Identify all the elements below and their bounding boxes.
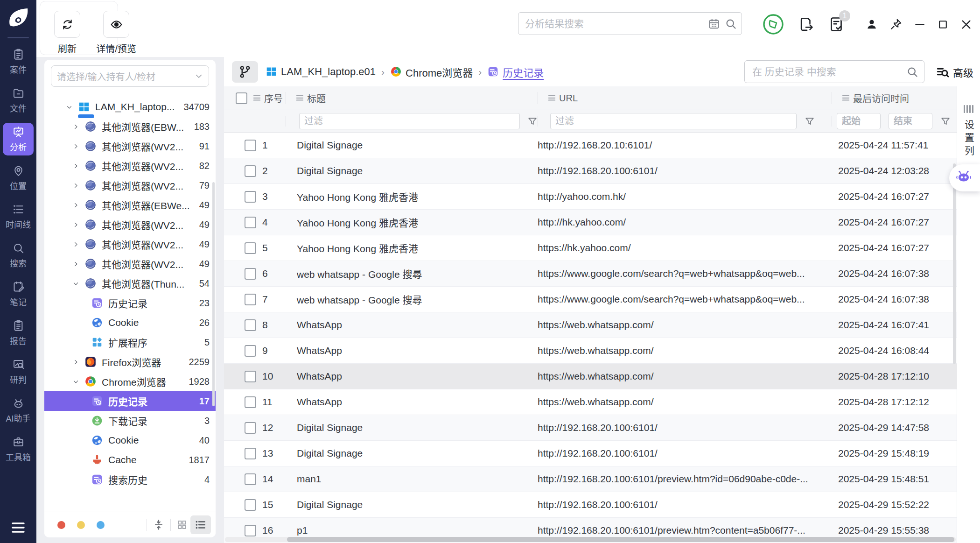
collapse-all-icon[interactable] xyxy=(153,519,165,531)
tree-item[interactable]: 其他浏览器(EBW...183 xyxy=(44,117,216,136)
column-header-title[interactable]: 标题 xyxy=(307,92,326,105)
row-checkbox[interactable] xyxy=(245,371,256,382)
table-row[interactable]: 12Digital Signagehttp://192.168.20.100:6… xyxy=(224,415,957,441)
chevron-down-icon[interactable] xyxy=(66,103,78,111)
row-checkbox[interactable] xyxy=(245,165,256,177)
select-all-checkbox[interactable] xyxy=(236,92,247,104)
column-settings-label[interactable]: 设置列 xyxy=(962,120,976,159)
time-end-input[interactable] xyxy=(889,113,932,129)
table-row[interactable]: 9WhatsApphttps://web.whatsapp.com/2025-0… xyxy=(224,338,957,364)
tree-item[interactable]: 扩展程序5 xyxy=(44,332,216,352)
search-icon[interactable] xyxy=(906,66,918,78)
task-list-icon[interactable]: 1 xyxy=(828,16,845,33)
row-checkbox[interactable] xyxy=(245,294,256,305)
tree-item[interactable]: Firefox浏览器2259 xyxy=(44,352,216,372)
sidebar-item-ai[interactable]: AI助手 xyxy=(3,394,34,427)
yellow-dot-filter[interactable] xyxy=(77,521,85,529)
sidebar-item-search[interactable]: 搜索 xyxy=(3,239,34,272)
tree-item[interactable]: 其他浏览器(EBWe...49 xyxy=(44,195,216,215)
tree-item[interactable]: 历史记录17 xyxy=(44,391,216,411)
filter-funnel-icon[interactable] xyxy=(805,116,815,127)
calendar-icon[interactable] xyxy=(708,18,720,30)
blue-dot-filter[interactable] xyxy=(97,521,105,529)
sidebar-item-toolbox[interactable]: 工具箱 xyxy=(3,433,34,465)
row-checkbox[interactable] xyxy=(245,319,256,331)
tree-item[interactable]: LAM_KH_laptop...34709 xyxy=(44,97,216,117)
sidebar-item-case[interactable]: 案件 xyxy=(3,45,34,78)
refresh-button[interactable]: 刷新 xyxy=(53,11,81,55)
export-icon[interactable] xyxy=(798,16,814,32)
tree-item[interactable]: Cache1817 xyxy=(44,450,216,470)
tree-item[interactable]: 其他浏览器(WV2...49 xyxy=(44,254,216,274)
row-checkbox[interactable] xyxy=(245,396,256,408)
advanced-search-button[interactable]: 高级 xyxy=(936,64,973,79)
tree-scrollbar[interactable] xyxy=(212,182,215,406)
tree-item[interactable]: 其他浏览器(WV2...49 xyxy=(44,234,216,254)
sidebar-item-analysis[interactable]: 分析 xyxy=(3,123,34,155)
row-checkbox[interactable] xyxy=(245,242,256,254)
license-status-icon[interactable] xyxy=(763,14,784,35)
row-checkbox[interactable] xyxy=(245,191,256,203)
row-checkbox[interactable] xyxy=(245,473,256,485)
table-horizontal-scrollbar[interactable] xyxy=(225,537,956,542)
chevron-down-icon[interactable] xyxy=(72,280,84,287)
row-checkbox[interactable] xyxy=(245,268,256,280)
maximize-button[interactable] xyxy=(937,19,949,30)
tree-item[interactable]: Chrome浏览器1928 xyxy=(44,372,216,391)
close-button[interactable] xyxy=(960,18,973,31)
pin-icon[interactable] xyxy=(889,18,903,31)
table-row[interactable]: 7web whatsapp - Google 搜尋https://www.goo… xyxy=(224,287,957,312)
tree-item[interactable]: 搜索历史4 xyxy=(44,470,216,489)
table-row[interactable]: 6web whatsapp - Google 搜尋https://www.goo… xyxy=(224,261,957,287)
column-header-no[interactable]: 序号 xyxy=(264,92,283,105)
search-icon[interactable] xyxy=(725,18,737,30)
breadcrumb-item[interactable]: LAM_KH_laptop.e01 xyxy=(266,66,376,78)
minimize-button[interactable] xyxy=(914,18,926,30)
sidebar-item-research[interactable]: 研判 xyxy=(3,355,34,388)
table-row[interactable]: 10WhatsApphttps://web.whatsapp.com/2025-… xyxy=(224,364,957,389)
row-checkbox[interactable] xyxy=(245,525,256,536)
table-row[interactable]: 4Yahoo Hong Kong 雅虎香港http://hk.yahoo.com… xyxy=(224,210,957,235)
row-checkbox[interactable] xyxy=(245,499,256,511)
tree-item[interactable]: 其他浏览器(WV2...79 xyxy=(44,176,216,195)
table-row[interactable]: 5Yahoo Hong Kong 雅虎香港https://hk.yahoo.co… xyxy=(224,235,957,261)
tree-item[interactable]: 下载记录3 xyxy=(44,411,216,430)
red-dot-filter[interactable] xyxy=(57,521,65,529)
column-menu-icon[interactable] xyxy=(548,95,556,101)
global-search-input[interactable] xyxy=(518,18,708,29)
tree-item[interactable]: 其他浏览器(Thun...54 xyxy=(44,274,216,293)
row-checkbox[interactable] xyxy=(245,140,256,151)
tree-item[interactable]: 历史记录23 xyxy=(44,293,216,313)
row-checkbox[interactable] xyxy=(245,217,256,228)
sidebar-item-location[interactable]: 位置 xyxy=(3,162,34,194)
ai-assistant-fab[interactable] xyxy=(949,164,980,191)
chevron-right-icon[interactable] xyxy=(72,358,84,366)
tree-item[interactable]: Cookie40 xyxy=(44,430,216,450)
chevron-right-icon[interactable] xyxy=(72,142,84,150)
time-start-input[interactable] xyxy=(837,113,881,129)
owner-select[interactable]: 请选择/输入持有人/检材 xyxy=(51,65,209,87)
row-checkbox[interactable] xyxy=(245,422,256,434)
chevron-right-icon[interactable] xyxy=(72,123,84,130)
chevron-right-icon[interactable] xyxy=(72,240,84,248)
user-icon[interactable] xyxy=(865,18,878,31)
table-row[interactable]: 1Digital Signagehttp://192.168.20.10:610… xyxy=(224,133,957,158)
chevron-right-icon[interactable] xyxy=(72,260,84,268)
chevron-down-icon[interactable] xyxy=(72,378,84,385)
breadcrumb-item[interactable]: Chrome浏览器 xyxy=(390,64,473,79)
filter-funnel-icon[interactable] xyxy=(527,116,538,127)
table-vertical-scrollbar[interactable] xyxy=(953,163,956,364)
table-row[interactable]: 2Digital Signagehttp://192.168.20.100:61… xyxy=(224,158,957,184)
chevron-right-icon[interactable] xyxy=(72,182,84,189)
row-checkbox[interactable] xyxy=(245,345,256,357)
column-menu-icon[interactable] xyxy=(296,95,304,101)
table-row[interactable]: 14man1http://192.168.20.100:6101/preview… xyxy=(224,466,957,492)
column-header-url[interactable]: URL xyxy=(559,93,578,104)
table-row[interactable]: 11WhatsApphttps://web.whatsapp.com/2025-… xyxy=(224,389,957,415)
sidebar-item-timeline[interactable]: 时间线 xyxy=(3,200,34,233)
list-view-button[interactable] xyxy=(190,515,211,534)
column-menu-icon[interactable] xyxy=(253,95,261,101)
filter-funnel-icon[interactable] xyxy=(940,116,951,127)
preview-button[interactable]: 详情/预览 xyxy=(95,11,137,55)
tree-item[interactable]: 其他浏览器(WV2...91 xyxy=(44,136,216,156)
